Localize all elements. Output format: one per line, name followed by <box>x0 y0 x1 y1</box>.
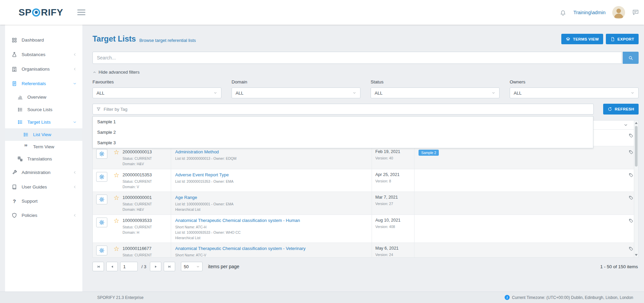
list-name-link[interactable]: Anatomical Therapeutic Chemical classifi… <box>175 218 368 223</box>
sidebar-item-user-guides[interactable]: User Guides <box>5 180 82 194</box>
hide-advanced-filters-toggle[interactable]: Hide advanced filters <box>92 70 139 75</box>
row-date: May 6, 2021 <box>375 246 411 251</box>
row-hierarchical-label: Hierarchical List <box>175 235 368 241</box>
sidebar-label: Substances <box>22 52 46 57</box>
notifications-bell-icon[interactable] <box>559 9 567 16</box>
list-name-link[interactable]: Administration Method <box>175 149 368 154</box>
terms-view-button[interactable]: TERMS VIEW <box>561 34 603 44</box>
sidebar-item-administration[interactable]: Administration <box>5 165 82 180</box>
chevron-left-icon <box>73 185 77 189</box>
sidebar-item-substances[interactable]: Substances <box>5 47 82 62</box>
previous-page-button[interactable] <box>106 262 118 271</box>
row-status: Status: CURRENT <box>123 224 168 230</box>
list-name-link[interactable]: Anatomical Therapeutic Chemical classifi… <box>175 246 368 251</box>
sidebar-item-policies[interactable]: Policies <box>5 208 82 223</box>
sidebar-item-target-lists[interactable]: Target Lists <box>5 116 82 128</box>
favourite-star-button[interactable]: ☆ <box>111 146 122 169</box>
scrollbar-up-arrow[interactable] <box>635 122 638 124</box>
chat-widget-icon[interactable] <box>632 9 639 16</box>
status-select[interactable]: ALL <box>371 87 500 98</box>
refresh-button[interactable]: REFRESH <box>603 104 639 115</box>
row-status: Status: CURRENT <box>123 201 168 207</box>
building-icon <box>11 66 17 72</box>
list-name-link[interactable]: Adverse Event Report Type <box>175 172 368 177</box>
chevron-down-icon <box>352 91 356 95</box>
row-details: List Id: 200000015353 - Owner: EMA <box>175 179 368 184</box>
table-header-chevron-icon[interactable] <box>623 123 628 127</box>
search-input[interactable] <box>92 52 622 64</box>
sidebar-label: Term View <box>33 144 54 149</box>
domain-select[interactable]: ALL <box>232 87 360 98</box>
table-row[interactable]: ☆ 200000000013 Status: CURRENT Domain: H… <box>93 146 638 169</box>
table-row[interactable]: ☆ 200000015353 Status: CURRENT Domain: V… <box>93 169 638 192</box>
translate-icon <box>17 156 23 162</box>
user-menu[interactable]: Training\admin <box>573 10 606 15</box>
scrollbar-thumb[interactable] <box>635 126 638 167</box>
sidebar-label: Source Lists <box>27 107 52 112</box>
shield-icon <box>11 212 17 218</box>
favourites-filter-label: Favourites <box>92 79 221 84</box>
sidebar-item-term-view[interactable]: ” Term View <box>5 141 82 153</box>
chevron-down-icon <box>491 91 495 95</box>
tag-icon <box>628 173 634 178</box>
star-icon: ☆ <box>113 245 119 252</box>
search-button[interactable] <box>623 52 639 64</box>
tag-option-sample-1[interactable]: Sample 1 <box>93 117 593 127</box>
user-avatar[interactable] <box>612 6 625 19</box>
row-domain: Domain: H <box>123 230 168 235</box>
favourite-star-button[interactable]: ☆ <box>111 192 122 214</box>
gear-icon <box>99 197 105 202</box>
sidebar-item-support[interactable]: ? Support <box>5 194 82 208</box>
favourite-star-button[interactable]: ☆ <box>111 169 122 192</box>
table-row[interactable]: ☆ 100000000001 Status: CURRENT Domain: H… <box>93 192 638 215</box>
sidebar-item-dashboard[interactable]: Dashboard <box>5 33 82 47</box>
page-total-label: / 3 <box>141 264 146 269</box>
favourite-star-button[interactable]: ☆ <box>111 215 122 243</box>
favourites-select[interactable]: ALL <box>92 87 221 98</box>
menu-toggle-button[interactable] <box>77 8 85 17</box>
row-settings-button[interactable] <box>96 246 107 255</box>
sidebar-nav: Dashboard Substances Organisations Refer… <box>5 25 82 292</box>
info-icon: i <box>505 295 510 300</box>
sidebar-label: List View <box>33 132 51 137</box>
row-settings-button[interactable] <box>96 172 107 182</box>
row-details: List Id: 200000000013 - Owner: EDQM <box>175 156 368 161</box>
table-row[interactable]: ☆ 100000116677 Status: CURRENT Domain: V… <box>93 243 638 258</box>
sidebar-label: Translations <box>27 156 52 161</box>
next-page-button[interactable] <box>150 262 161 271</box>
sidebar-item-translations[interactable]: Translations <box>5 153 82 165</box>
last-page-button[interactable] <box>164 262 175 271</box>
favourite-star-button[interactable]: ☆ <box>111 243 122 258</box>
row-version: Version: 27 <box>375 201 411 206</box>
items-per-page-select[interactable]: 50 <box>181 262 203 271</box>
chevron-down-icon <box>73 120 77 124</box>
avatar-person-icon <box>612 6 625 19</box>
tag-option-sample-2[interactable]: Sample 2 <box>93 127 593 137</box>
list-name-link[interactable]: Age Range <box>175 195 368 200</box>
main-content: Target Lists Browse target referential l… <box>82 25 644 292</box>
quote-icon: ” <box>23 145 29 149</box>
tag-option-sample-3[interactable]: Sample 3 <box>93 137 593 148</box>
sidebar-item-organisations[interactable]: Organisations <box>5 62 82 76</box>
page-number-input[interactable] <box>120 262 138 271</box>
row-details: List Id: 100000000001 - Owner: EMA <box>175 201 368 207</box>
row-settings-button[interactable] <box>96 195 107 204</box>
sidebar-item-list-view[interactable]: List View <box>5 128 82 141</box>
sidebar-item-overview[interactable]: Overview <box>5 91 82 103</box>
export-button[interactable]: EXPORT <box>606 34 639 44</box>
tag-filter-input[interactable] <box>104 107 590 112</box>
row-settings-button[interactable] <box>96 149 107 159</box>
filter-funnel-icon <box>96 107 101 111</box>
row-settings-button[interactable] <box>96 218 107 227</box>
owners-select[interactable]: ALL <box>510 87 639 98</box>
sidebar-item-referentials[interactable]: Referentials <box>5 76 82 91</box>
layers-icon <box>566 37 570 42</box>
sidebar-item-source-lists[interactable]: Source Lists <box>5 103 82 116</box>
table-scrollbar[interactable] <box>634 121 638 257</box>
scrollbar-down-arrow[interactable] <box>635 254 638 256</box>
sidebar-label: Organisations <box>22 67 50 72</box>
list-id: 100000093533 <box>123 218 168 223</box>
sporify-app: SP RIFY Training\admin Dashboard Substan… <box>0 0 644 303</box>
first-page-button[interactable] <box>92 262 104 271</box>
table-row[interactable]: ☆ 100000093533 Status: CURRENT Domain: H… <box>93 215 638 243</box>
